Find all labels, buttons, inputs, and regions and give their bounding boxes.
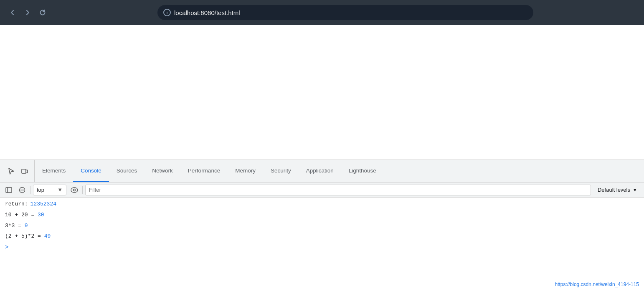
nav-buttons bbox=[7, 7, 48, 18]
page-viewport bbox=[0, 25, 644, 160]
inspector-icon-button[interactable] bbox=[5, 165, 18, 177]
svg-rect-0 bbox=[22, 169, 26, 173]
live-expression-button[interactable] bbox=[69, 185, 80, 195]
tab-security[interactable]: Security bbox=[263, 160, 299, 182]
tab-elements[interactable]: Elements bbox=[35, 160, 73, 182]
tab-console[interactable]: Console bbox=[73, 160, 109, 182]
context-dropdown-arrow: ▼ bbox=[57, 187, 63, 193]
context-selector[interactable]: top ▼ bbox=[33, 185, 66, 195]
devtools-panel: Elements Console Sources Network Perform… bbox=[0, 160, 644, 289]
device-toggle-button[interactable] bbox=[18, 165, 31, 177]
console-line: return: 12352324 bbox=[0, 199, 644, 210]
console-sidebar-toggle[interactable] bbox=[3, 185, 14, 195]
console-line: 3*3 = 9 bbox=[0, 221, 644, 232]
browser-chrome: i localhost:8080/test.html bbox=[0, 0, 644, 25]
tab-sources[interactable]: Sources bbox=[109, 160, 145, 182]
devtools-icon-buttons bbox=[2, 160, 35, 182]
svg-rect-1 bbox=[26, 170, 28, 173]
tab-network[interactable]: Network bbox=[145, 160, 180, 182]
tab-application[interactable]: Application bbox=[299, 160, 341, 182]
clear-console-button[interactable] bbox=[17, 185, 28, 195]
svg-point-7 bbox=[74, 189, 76, 191]
tab-performance[interactable]: Performance bbox=[180, 160, 228, 182]
toolbar-divider bbox=[30, 186, 30, 194]
svg-point-6 bbox=[71, 188, 78, 193]
console-line: 10 + 20 = 30 bbox=[0, 210, 644, 221]
console-filter-input[interactable] bbox=[85, 185, 591, 195]
reload-button[interactable] bbox=[37, 7, 48, 18]
svg-rect-2 bbox=[6, 188, 12, 193]
levels-dropdown-arrow: ▾ bbox=[634, 187, 636, 193]
devtools-tabs-bar: Elements Console Sources Network Perform… bbox=[0, 160, 644, 183]
console-output: return: 12352324 10 + 20 = 30 3*3 = 9 (2… bbox=[0, 198, 644, 289]
console-prompt[interactable]: > bbox=[0, 242, 644, 252]
console-line: (2 + 5)*2 = 49 bbox=[0, 231, 644, 242]
forward-button[interactable] bbox=[22, 7, 33, 18]
tab-memory[interactable]: Memory bbox=[228, 160, 263, 182]
status-url: https://blog.csdn.net/weixin_4194-115 bbox=[555, 281, 639, 287]
toolbar-divider-2 bbox=[82, 186, 83, 194]
log-levels-button[interactable]: Default levels ▾ bbox=[593, 185, 641, 195]
site-info-icon: i bbox=[163, 9, 171, 16]
tab-lighthouse[interactable]: Lighthouse bbox=[341, 160, 384, 182]
devtools-tabs: Elements Console Sources Network Perform… bbox=[35, 160, 642, 182]
url-text: localhost:8080/test.html bbox=[174, 9, 240, 16]
address-bar[interactable]: i localhost:8080/test.html bbox=[157, 5, 533, 20]
console-toolbar: top ▼ Default levels ▾ bbox=[0, 183, 644, 198]
back-button[interactable] bbox=[7, 7, 18, 18]
